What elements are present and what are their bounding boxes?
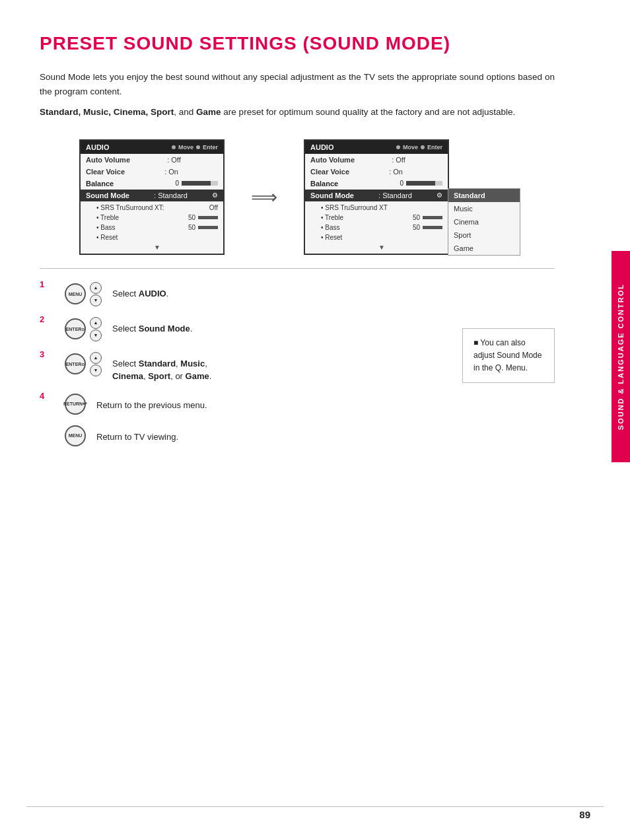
nav-arrows-1: ▲ ▼ xyxy=(90,282,102,306)
intro-paragraph-1: Sound Mode lets you enjoy the best sound… xyxy=(40,70,555,98)
enter-dot2-icon xyxy=(421,145,425,149)
step-5: MENU Return to TV viewing. xyxy=(40,425,357,446)
screen1-row-soundmode: Sound Mode : Standard ⚙ xyxy=(81,190,223,201)
step3-content: ENTER⊙ ▲ ▼ xyxy=(65,352,102,376)
dropdown-item-standard[interactable]: Standard xyxy=(448,189,520,202)
treble-bar2 xyxy=(423,216,442,219)
treble-bar xyxy=(198,216,218,219)
screens-row: AUDIO Move Enter Auto Volume : Off Clear… xyxy=(79,139,555,255)
screen1-header: AUDIO Move Enter xyxy=(81,141,223,154)
step-1: 1 MENU ▲ ▼ Select AUDIO. xyxy=(40,282,357,306)
step5-text: Return to TV viewing. xyxy=(96,425,178,444)
enter-button-2[interactable]: ENTER⊙ xyxy=(65,318,86,339)
sound-mode-dropdown[interactable]: Standard Music Cinema Sport Game xyxy=(448,188,520,256)
screen1: AUDIO Move Enter Auto Volume : Off Clear… xyxy=(79,139,225,255)
bass-bar2 xyxy=(423,226,442,229)
screen1-sub-reset: • Reset xyxy=(91,232,223,242)
dropdown-item-music[interactable]: Music xyxy=(448,202,520,215)
note-col: ■ You can also adjust Sound Mode in the … xyxy=(370,322,555,457)
down-arrow2-icon: ▼ xyxy=(316,242,448,252)
step2-text: Select Sound Mode. xyxy=(112,317,192,335)
balance-bar xyxy=(182,181,218,186)
bold-terms: Standard, Music, Cinema, Sport xyxy=(40,107,174,117)
move-dot-icon xyxy=(172,145,176,149)
step-3: 3 ENTER⊙ ▲ ▼ Select Standard, Music, Cin… xyxy=(40,352,357,383)
step4-content: RETURN↩ xyxy=(65,394,86,415)
screen2: AUDIO Move Enter Auto Volume : Off Clear… xyxy=(304,139,449,255)
screen2-row-balance: Balance 0 xyxy=(305,178,448,190)
section-divider xyxy=(40,268,555,269)
intro-paragraph-2: Standard, Music, Cinema, Sport, and Game… xyxy=(40,105,555,120)
side-tab: SOUND & LANGUAGE CONTROL xyxy=(612,251,630,462)
dropdown-item-cinema[interactable]: Cinema xyxy=(448,215,520,228)
screen1-sub-srs: • SRS TruSurround XT: Off xyxy=(91,203,223,213)
step5-content: MENU xyxy=(65,425,86,446)
main-content: PRESET SOUND SETTINGS (SOUND MODE) Sound… xyxy=(0,0,594,483)
down-arrow-icon: ▼ xyxy=(91,242,223,252)
enter-dot-icon xyxy=(196,145,200,149)
screen1-row-autovol: Auto Volume : Off xyxy=(81,154,223,166)
menu-button-2[interactable]: MENU xyxy=(65,425,86,446)
screen2-sub-treble: • Treble 50 xyxy=(316,213,448,223)
steps-section: 1 MENU ▲ ▼ Select AUDIO. 2 xyxy=(40,282,555,457)
step1-text: Select AUDIO. xyxy=(112,282,168,300)
bass-bar xyxy=(198,226,218,229)
step4-text: Return to the previous menu. xyxy=(96,394,207,412)
screen1-row-balance: Balance 0 xyxy=(81,178,223,190)
gear-icon: ⚙ xyxy=(212,192,218,199)
screen1-subitems: • SRS TruSurround XT: Off • Treble 50 • … xyxy=(81,201,223,254)
up-arrow2-icon[interactable]: ▲ xyxy=(90,317,102,329)
dropdown-item-game[interactable]: Game xyxy=(448,242,520,255)
nav-arrows-2: ▲ ▼ xyxy=(90,317,102,341)
screen1-row-clearvoice: Clear Voice : On xyxy=(81,166,223,178)
step-number-2: 2 xyxy=(40,314,44,324)
steps-col: 1 MENU ▲ ▼ Select AUDIO. 2 xyxy=(40,282,357,457)
page-title: PRESET SOUND SETTINGS (SOUND MODE) xyxy=(40,33,555,54)
menu-button[interactable]: MENU xyxy=(65,283,86,304)
page-number: 89 xyxy=(579,809,590,820)
step2-content: ENTER⊙ ▲ ▼ xyxy=(65,317,102,341)
screen2-sub-srs: • SRS TruSurround XT xyxy=(316,203,448,213)
screen2-header: AUDIO Move Enter xyxy=(305,141,448,154)
step-number-3: 3 xyxy=(40,349,44,359)
step-number-1: 1 xyxy=(40,279,44,289)
screen1-sub-treble: • Treble 50 xyxy=(91,213,223,223)
note-bold1: Sound Mode xyxy=(497,351,542,360)
screen2-sub-reset: • Reset xyxy=(316,232,448,242)
note-box: ■ You can also adjust Sound Mode in the … xyxy=(462,328,555,384)
screen2-subitems: • SRS TruSurround XT • Treble 50 • Bass … xyxy=(305,201,448,254)
down-arrow-btn-icon[interactable]: ▼ xyxy=(90,295,102,306)
gear2-icon: ⚙ xyxy=(437,192,442,199)
move-dot2-icon xyxy=(396,145,400,149)
up-arrow3-icon[interactable]: ▲ xyxy=(90,352,102,364)
screen1-sub-bass: • Bass 50 xyxy=(91,223,223,232)
enter-button-3[interactable]: ENTER⊙ xyxy=(65,353,86,374)
screen2-sub-bass: • Bass 50 xyxy=(316,223,448,232)
step1-content: MENU ▲ ▼ xyxy=(65,282,102,306)
return-button[interactable]: RETURN↩ xyxy=(65,394,86,415)
step-number-4: 4 xyxy=(40,391,44,401)
nav-arrows-3: ▲ ▼ xyxy=(90,352,102,376)
note-bold2: Q. Menu xyxy=(495,363,526,372)
screen2-row-soundmode: Sound Mode : Standard ⚙ xyxy=(305,190,448,201)
down-arrow3-btn-icon[interactable]: ▼ xyxy=(90,365,102,376)
step3-text: Select Standard, Music, Cinema, Sport, o… xyxy=(112,352,211,383)
step-2: 2 ENTER⊙ ▲ ▼ Select Sound Mode. xyxy=(40,317,357,341)
screen2-row-autovol: Auto Volume : Off xyxy=(305,154,448,166)
side-tab-text: SOUND & LANGUAGE CONTROL xyxy=(617,283,625,430)
step-4: 4 RETURN↩ Return to the previous menu. xyxy=(40,394,357,415)
balance-bar2 xyxy=(406,181,442,186)
dropdown-item-sport[interactable]: Sport xyxy=(448,228,520,242)
down-arrow2-btn-icon[interactable]: ▼ xyxy=(90,330,102,341)
bottom-divider xyxy=(26,806,604,807)
arrow-icon: ⟹ xyxy=(251,186,277,208)
up-arrow-icon[interactable]: ▲ xyxy=(90,282,102,294)
note-symbol: ■ xyxy=(473,338,478,347)
screen2-row-clearvoice: Clear Voice : On xyxy=(305,166,448,178)
